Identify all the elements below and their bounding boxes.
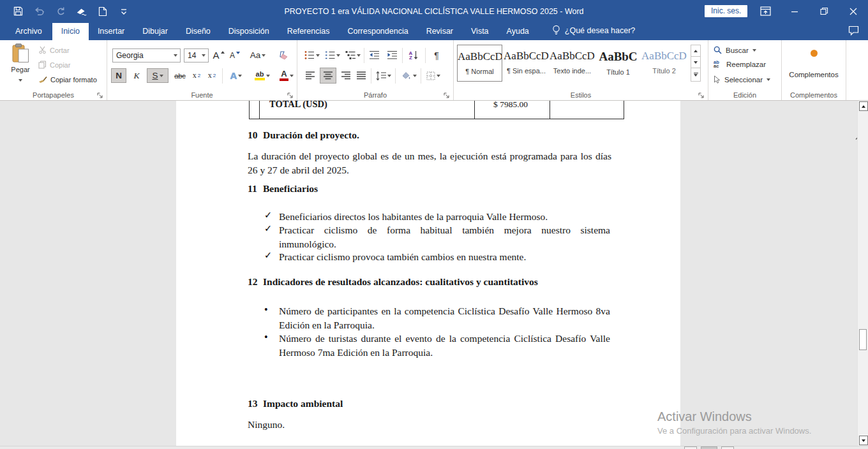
clipboard-dialog-launcher[interactable]: [96, 90, 104, 98]
highlight-swatch: [255, 78, 265, 80]
bullet-icon: •: [264, 332, 268, 343]
tell-me-box[interactable]: ¿Qué desea hacer?: [546, 21, 642, 40]
new-document-icon[interactable]: [97, 6, 108, 17]
table-total-label: TOTAL (USD): [269, 99, 327, 110]
styles-dialog-launcher[interactable]: [698, 90, 705, 98]
window-title: PROYECTO 1 era VÁLIDA NACIONAL CICLÍSTIC…: [284, 0, 583, 22]
table-total-value: $ 7985.00: [493, 99, 528, 110]
style-titulo-2[interactable]: AaBbCcD Título 2: [641, 45, 687, 82]
shrink-font-button[interactable]: A: [228, 48, 241, 63]
tab-disposicion[interactable]: Disposición: [220, 23, 278, 40]
font-name-combo[interactable]: Georgia: [112, 48, 181, 63]
minimize-button[interactable]: [780, 0, 809, 22]
increase-indent-button[interactable]: [384, 48, 400, 63]
activate-windows-subtext: Ve a Configuración para activar Windows.: [657, 426, 811, 436]
highlight-color-button[interactable]: ab: [251, 68, 273, 83]
decrease-indent-button[interactable]: [366, 48, 382, 63]
copy-icon: [38, 61, 47, 69]
select-button[interactable]: Seleccionar: [714, 75, 770, 84]
strikethrough-button[interactable]: abc: [172, 68, 188, 83]
customize-qat-icon[interactable]: [118, 6, 129, 17]
scroll-up-button[interactable]: [859, 101, 868, 111]
superscript-button[interactable]: x2: [206, 68, 218, 83]
tab-archivo[interactable]: Archivo: [5, 23, 52, 40]
clipboard-group-label: Portapapeles: [0, 91, 107, 99]
comments-icon[interactable]: [848, 26, 859, 38]
tab-ayuda[interactable]: Ayuda: [498, 23, 538, 40]
tab-inicio[interactable]: Inicio: [52, 23, 89, 40]
styles-scroll-up[interactable]: [691, 45, 701, 57]
group-font: Georgia 14 A A Aa N K S: [107, 40, 297, 100]
scroll-down-button[interactable]: [859, 436, 868, 445]
check-list-item: ✓ Practicar ciclismo provoca también cam…: [264, 250, 610, 264]
document-page[interactable]: TOTAL (USD) $ 7985.00 10Duración del pro…: [176, 101, 680, 446]
ribbon-display-options-icon[interactable]: [751, 0, 780, 22]
tab-dibujar[interactable]: Dibujar: [133, 23, 177, 40]
tab-revisar[interactable]: Revisar: [417, 23, 462, 40]
search-icon: [714, 46, 722, 54]
read-mode-button[interactable]: [684, 446, 697, 449]
bold-button[interactable]: N: [111, 68, 126, 83]
sign-in-button[interactable]: Inic. ses.: [705, 5, 747, 17]
web-layout-button[interactable]: [721, 446, 734, 449]
tab-vista[interactable]: Vista: [462, 23, 498, 40]
line-spacing-button[interactable]: [374, 68, 393, 83]
checkmark-icon: ✓: [264, 250, 272, 261]
shading-button[interactable]: [398, 68, 419, 83]
select-label: Seleccionar: [724, 76, 763, 84]
styles-more-button[interactable]: [691, 68, 701, 82]
restore-button[interactable]: [809, 0, 839, 22]
styles-scroll-down[interactable]: [691, 56, 701, 68]
multilevel-list-button[interactable]: [344, 48, 362, 63]
font-size-combo[interactable]: 14: [184, 48, 209, 63]
paragraph-dialog-launcher[interactable]: [443, 90, 451, 98]
font-color-button[interactable]: A: [277, 68, 296, 83]
cut-button: Cortar: [38, 46, 70, 54]
borders-button[interactable]: [423, 68, 444, 83]
save-icon[interactable]: [13, 6, 24, 17]
format-painter-button[interactable]: Copiar formato: [38, 75, 97, 84]
text-effects-button[interactable]: A: [226, 68, 246, 83]
style-sin-espaciado[interactable]: AaBbCcD ¶ Sin espa...: [504, 45, 549, 82]
align-left-icon: [306, 71, 315, 80]
bullet-list-icon: [304, 50, 315, 60]
clear-formatting-button[interactable]: [274, 48, 290, 63]
sort-button[interactable]: A Z: [405, 48, 423, 63]
bullets-button[interactable]: [303, 48, 321, 63]
style-titulo-1[interactable]: AaBbC Título 1: [595, 45, 641, 82]
justify-button[interactable]: [354, 68, 368, 83]
quick-access-toolbar: [13, 0, 129, 22]
align-center-button[interactable]: [320, 68, 336, 84]
style-normal[interactable]: AaBbCcD ¶ Normal: [457, 45, 502, 82]
ink-eraser-icon[interactable]: [76, 6, 87, 17]
addins-button[interactable]: Complementos: [782, 48, 846, 78]
vertical-scrollbar[interactable]: [857, 101, 868, 446]
indent-icon: [387, 50, 398, 60]
close-button[interactable]: [839, 0, 868, 22]
change-case-button[interactable]: Aa: [248, 48, 268, 63]
font-dialog-launcher[interactable]: [287, 90, 294, 98]
scrollbar-thumb[interactable]: [859, 329, 867, 350]
find-button[interactable]: Buscar: [714, 46, 756, 54]
editing-group-label: Edición: [708, 91, 781, 99]
numbering-button[interactable]: [324, 48, 341, 63]
paste-button[interactable]: Pegar: [6, 43, 34, 89]
style-texto-independiente[interactable]: AaBbCcD Texto inde...: [550, 45, 595, 82]
tab-diseno[interactable]: Diseño: [177, 23, 220, 40]
grow-font-button[interactable]: A: [211, 48, 226, 63]
italic-button[interactable]: K: [130, 68, 143, 83]
underline-button[interactable]: S: [147, 68, 168, 83]
tab-correspondencia[interactable]: Correspondencia: [338, 23, 417, 40]
align-right-icon: [341, 71, 351, 80]
align-left-button[interactable]: [303, 68, 317, 83]
tab-insertar[interactable]: Insertar: [89, 23, 133, 40]
multilevel-list-icon: [345, 50, 355, 60]
group-paragraph: A Z ¶: [297, 40, 454, 100]
subscript-button[interactable]: x2: [190, 68, 203, 83]
replace-button[interactable]: ab ac Reemplazar: [714, 61, 766, 68]
align-right-button[interactable]: [339, 68, 353, 83]
print-layout-button[interactable]: [701, 446, 717, 449]
tab-referencias[interactable]: Referencias: [278, 23, 339, 40]
checkmark-icon: ✓: [264, 210, 272, 221]
show-marks-button[interactable]: ¶: [429, 48, 444, 63]
